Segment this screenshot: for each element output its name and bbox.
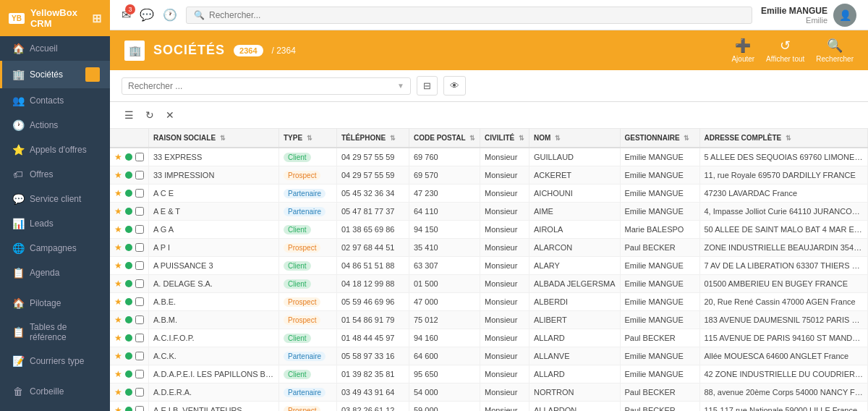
row-checkbox[interactable] (135, 261, 144, 270)
sidebar-item-courriers[interactable]: 📝 Courriers type (0, 349, 110, 373)
row-checkbox[interactable] (135, 171, 144, 179)
row-checkbox[interactable] (135, 153, 144, 161)
company-cell[interactable]: A P I (149, 239, 279, 257)
topbar: ✉ 3 💬 🕐 🔍 Emilie MANGUE Emilie 👤 (110, 0, 868, 30)
row-checkbox[interactable] (135, 334, 144, 342)
th-postal[interactable]: CODE POSTAL ⇅ (409, 129, 480, 148)
company-cell[interactable]: A.E.I.B. VENTILATEURS (149, 402, 279, 412)
refresh-table-icon[interactable]: ↻ (142, 106, 157, 124)
row-actions-cell: ★ (110, 365, 149, 384)
th-civility[interactable]: CIVILITÉ ⇅ (480, 129, 529, 148)
star-icon[interactable]: ★ (114, 152, 122, 162)
company-cell[interactable]: A PUISSANCE 3 (149, 257, 279, 275)
search-header-button[interactable]: 🔍 Rechercher (816, 38, 854, 63)
company-cell[interactable]: A G A (149, 221, 279, 239)
manager-cell: Marie BALESPO (620, 221, 699, 239)
sidebar-item-actions[interactable]: 🕐 Actions (0, 113, 110, 137)
row-checkbox[interactable] (135, 352, 144, 360)
row-checkbox[interactable] (135, 279, 144, 288)
th-manager[interactable]: GESTIONNAIRE ⇅ (620, 129, 699, 148)
sidebar-item-campagnes[interactable]: 🌐 Campagnes (0, 236, 110, 260)
star-icon[interactable]: ★ (114, 369, 122, 379)
star-icon[interactable]: ★ (114, 315, 122, 325)
row-checkbox[interactable] (135, 189, 144, 198)
topbar-search[interactable]: 🔍 (186, 7, 752, 24)
avatar[interactable]: 👤 (833, 4, 856, 27)
row-checkbox[interactable] (135, 225, 144, 234)
sidebar-item-appels[interactable]: ⭐ Appels d'offres (0, 137, 110, 162)
company-cell[interactable]: 33 EXPRESS (149, 148, 279, 166)
row-checkbox[interactable] (135, 297, 144, 306)
star-icon[interactable]: ★ (114, 387, 122, 397)
th-phone[interactable]: TÉLÉPHONE ⇅ (337, 129, 409, 148)
star-icon[interactable]: ★ (114, 242, 122, 253)
th-type[interactable]: TYPE ⇅ (279, 129, 337, 148)
row-actions-cell: ★ (110, 257, 149, 275)
topbar-search-input[interactable] (209, 10, 744, 20)
type-badge: Client (284, 261, 311, 271)
show-all-button[interactable]: ↺ Afficher tout (766, 38, 804, 63)
star-icon[interactable]: ★ (114, 297, 122, 307)
grid-icon[interactable]: ⊞ (92, 12, 101, 25)
star-icon[interactable]: ★ (114, 260, 122, 271)
th-address[interactable]: ADRESSE COMPLÈTE ⇅ (699, 129, 868, 148)
company-cell[interactable]: A. DELAGE S.A. (149, 275, 279, 293)
company-cell[interactable]: A.C.I.F.O.P. (149, 329, 279, 347)
row-checkbox[interactable] (135, 207, 144, 216)
row-checkbox[interactable] (135, 315, 144, 324)
page-header-actions: ➕ Ajouter ↺ Afficher tout 🔍 Rechercher (731, 38, 854, 63)
sidebar-item-agenda[interactable]: 📋 Agenda (0, 260, 110, 285)
th-company[interactable]: RAISON SOCIALE ⇅ (149, 129, 279, 148)
row-checkbox[interactable] (135, 388, 144, 397)
sidebar-item-accueil[interactable]: 🏠 Accueil (0, 36, 110, 61)
company-cell[interactable]: A.D.E.R.A. (149, 384, 279, 402)
star-icon[interactable]: ★ (114, 279, 122, 289)
sidebar-logo[interactable]: YB YellowBox CRM ⊞ (0, 0, 110, 36)
sidebar-item-service-client[interactable]: 💬 Service client (0, 187, 110, 211)
sidebar-item-maj-dates[interactable]: ⚡ Mise à jour des dates (0, 404, 110, 411)
company-cell[interactable]: A.D.A.P.E.I. LES PAPILLONS BLANC (149, 365, 279, 384)
row-checkbox[interactable] (135, 406, 144, 411)
star-icon[interactable]: ★ (114, 206, 122, 216)
add-button[interactable]: ➕ Ajouter (731, 38, 754, 63)
row-checkbox[interactable] (135, 370, 144, 378)
mail-button[interactable]: ✉ 3 (122, 8, 131, 22)
row-actions-cell: ★ (110, 203, 149, 221)
sidebar-item-offres[interactable]: 🏷 Offres (0, 162, 110, 187)
company-cell[interactable]: A.B.M. (149, 311, 279, 329)
sidebar-item-leads[interactable]: 📊 Leads (0, 211, 110, 236)
type-badge: Client (284, 334, 311, 343)
sidebar-item-societes[interactable]: 🏢 Sociétés (0, 61, 110, 88)
sidebar-item-tables[interactable]: 📋 Tables de référence (0, 315, 110, 349)
postal-cell: 69 570 (409, 166, 480, 185)
filter-search-input[interactable] (128, 81, 393, 91)
company-cell[interactable]: A E & T (149, 203, 279, 221)
name-cell: NORTRON (529, 384, 621, 402)
chat-button[interactable]: 💬 (140, 8, 154, 22)
star-icon[interactable]: ★ (114, 224, 122, 234)
th-name[interactable]: NOM ⇅ (529, 129, 621, 148)
clock-button[interactable]: 🕐 (163, 8, 177, 22)
company-cell[interactable]: A.C.K. (149, 347, 279, 365)
star-icon[interactable]: ★ (114, 405, 122, 411)
company-cell[interactable]: 33 IMPRESSION (149, 166, 279, 185)
star-icon[interactable]: ★ (114, 170, 122, 180)
address-cell: 7 AV DE LA LIBERATION 63307 THIERS Franc… (699, 257, 868, 275)
delete-table-icon[interactable]: ✕ (163, 106, 177, 124)
sidebar-item-pilotage[interactable]: 🏠 Pilotage (0, 291, 110, 315)
row-checkbox[interactable] (135, 243, 144, 252)
company-cell[interactable]: A C E (149, 185, 279, 203)
type-badge: Partenaire (284, 352, 326, 361)
star-icon[interactable]: ★ (114, 351, 122, 361)
sidebar-item-contacts[interactable]: 👥 Contacts (0, 88, 110, 113)
company-cell[interactable]: A.B.E. (149, 293, 279, 311)
eye-button[interactable]: 👁 (443, 76, 466, 96)
star-icon[interactable]: ★ (114, 333, 122, 343)
sidebar-item-label: Tables de référence (30, 322, 100, 342)
filter-search-box[interactable]: ▼ (122, 77, 411, 95)
star-icon[interactable]: ★ (114, 188, 122, 198)
select-all-icon[interactable]: ☰ (122, 106, 137, 124)
sidebar-item-corbeille[interactable]: 🗑 Corbeille (0, 379, 110, 404)
row-actions-cell: ★ (110, 329, 149, 347)
filter-button[interactable]: ⊟ (417, 76, 438, 96)
